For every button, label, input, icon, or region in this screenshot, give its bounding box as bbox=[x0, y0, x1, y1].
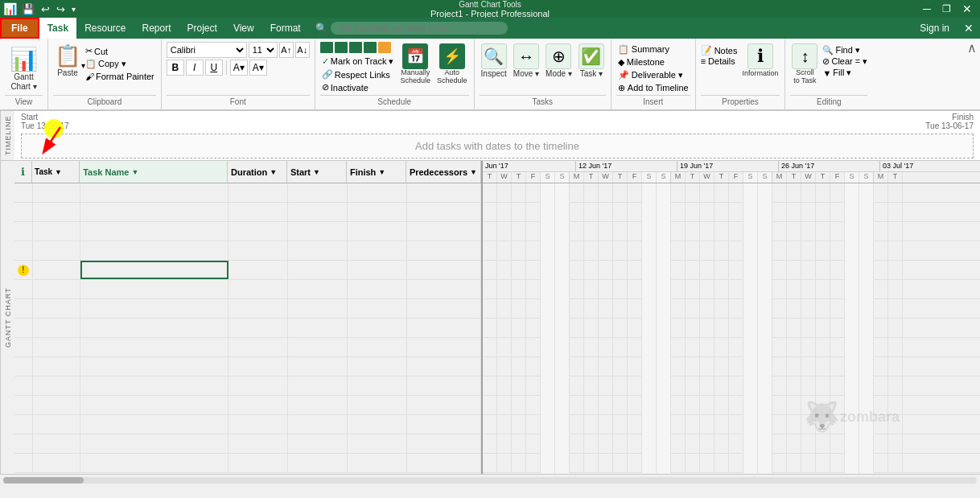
td-cell-2[interactable] bbox=[80, 222, 229, 241]
font-size-select[interactable]: 11 bbox=[249, 42, 278, 58]
td-cell-2[interactable] bbox=[80, 434, 229, 453]
table-row[interactable] bbox=[14, 415, 481, 434]
td-cell-5[interactable] bbox=[348, 434, 407, 453]
td-cell-1[interactable] bbox=[33, 261, 80, 279]
bold-btn[interactable]: B bbox=[167, 60, 184, 76]
format-painter-btn[interactable]: 🖌Format Painter bbox=[84, 71, 156, 82]
td-cell-1[interactable] bbox=[33, 241, 80, 260]
td-cell-3[interactable] bbox=[229, 396, 288, 414]
qat-undo[interactable]: ↩ bbox=[39, 3, 51, 15]
td-cell-6[interactable] bbox=[407, 319, 481, 337]
td-cell-4[interactable] bbox=[288, 338, 348, 356]
deliverable-btn[interactable]: 📌Deliverable ▾ bbox=[616, 69, 690, 81]
td-cell-5[interactable] bbox=[348, 377, 407, 395]
td-cell-6[interactable] bbox=[407, 183, 481, 202]
inspect-btn[interactable]: 🔍 Inspect bbox=[480, 42, 509, 80]
td-cell-5[interactable] bbox=[348, 357, 407, 376]
minimize-btn[interactable]: ─ bbox=[918, 2, 936, 15]
td-cell-6[interactable] bbox=[407, 415, 481, 434]
td-cell-5[interactable] bbox=[348, 183, 407, 202]
td-cell-6[interactable] bbox=[407, 299, 481, 318]
add-to-timeline-btn[interactable]: ⊕Add to Timeline bbox=[616, 82, 690, 94]
td-cell-3[interactable] bbox=[229, 454, 288, 472]
td-cell-2[interactable] bbox=[80, 415, 229, 434]
manually-schedule-btn[interactable]: 📅 ManuallySchedule bbox=[399, 42, 433, 95]
qat-redo[interactable]: ↪ bbox=[55, 3, 67, 15]
td-cell-6[interactable] bbox=[407, 357, 481, 376]
table-row[interactable] bbox=[14, 319, 481, 338]
td-cell-2[interactable] bbox=[80, 241, 229, 260]
th-start[interactable]: Start ▼ bbox=[287, 161, 347, 183]
td-cell-5[interactable] bbox=[348, 415, 407, 434]
td-cell-3[interactable] bbox=[229, 261, 288, 279]
th-finish[interactable]: Finish ▼ bbox=[347, 161, 406, 183]
td-cell-3[interactable] bbox=[229, 241, 288, 260]
view-menu[interactable]: View bbox=[225, 18, 262, 39]
clear-btn[interactable]: ⊘Clear = ▾ bbox=[822, 56, 867, 67]
td-cell-5[interactable] bbox=[348, 203, 407, 221]
underline-btn[interactable]: U bbox=[205, 60, 223, 76]
td-cell-5[interactable] bbox=[348, 241, 407, 260]
inactivate-btn[interactable]: ⊘Inactivate bbox=[320, 81, 396, 93]
font-grow-btn[interactable]: A↑ bbox=[279, 42, 294, 58]
td-cell-1[interactable] bbox=[33, 203, 80, 221]
td-cell-2[interactable] bbox=[80, 299, 229, 318]
td-cell-4[interactable] bbox=[288, 415, 348, 434]
td-cell-1[interactable] bbox=[33, 396, 80, 414]
td-cell-5[interactable] bbox=[348, 222, 407, 241]
td-cell-3[interactable] bbox=[229, 377, 288, 395]
td-cell-0[interactable] bbox=[14, 377, 33, 395]
project-menu[interactable]: Project bbox=[179, 18, 225, 39]
td-cell-1[interactable] bbox=[33, 377, 80, 395]
td-cell-1[interactable] bbox=[33, 454, 80, 472]
td-cell-4[interactable] bbox=[288, 183, 348, 202]
td-cell-4[interactable] bbox=[288, 222, 348, 241]
td-cell-4[interactable] bbox=[288, 377, 348, 395]
table-row[interactable] bbox=[14, 434, 481, 454]
td-cell-5[interactable] bbox=[348, 396, 407, 414]
auto-schedule-btn[interactable]: ⚡ AutoSchedule bbox=[435, 42, 469, 95]
td-cell-5[interactable] bbox=[348, 299, 407, 318]
td-cell-6[interactable] bbox=[407, 454, 481, 472]
td-cell-1[interactable] bbox=[33, 434, 80, 453]
td-cell-4[interactable] bbox=[288, 261, 348, 279]
td-cell-0[interactable] bbox=[14, 396, 33, 414]
td-cell-3[interactable] bbox=[229, 357, 288, 376]
td-cell-2[interactable] bbox=[80, 338, 229, 356]
italic-btn[interactable]: I bbox=[186, 60, 204, 76]
mark-on-track-btn[interactable]: ✓Mark on Track ▾ bbox=[320, 56, 396, 68]
td-cell-2[interactable] bbox=[80, 203, 229, 221]
td-cell-2[interactable] bbox=[80, 319, 229, 337]
td-cell-1[interactable] bbox=[33, 319, 80, 337]
table-row[interactable] bbox=[14, 241, 481, 261]
details-btn[interactable]: ≡Details bbox=[701, 56, 738, 66]
font-shrink-btn[interactable]: A↓ bbox=[295, 42, 310, 58]
highlight-color-btn[interactable]: A▾ bbox=[230, 60, 248, 76]
td-cell-0[interactable] bbox=[14, 280, 33, 298]
format-menu[interactable]: Format bbox=[262, 18, 309, 39]
td-cell-0[interactable] bbox=[14, 183, 33, 202]
td-cell-6[interactable] bbox=[407, 280, 481, 298]
td-cell-3[interactable] bbox=[229, 338, 288, 356]
td-cell-3[interactable] bbox=[229, 222, 288, 241]
td-cell-5[interactable] bbox=[348, 454, 407, 472]
td-cell-0[interactable] bbox=[14, 299, 33, 318]
td-cell-2[interactable] bbox=[80, 454, 229, 472]
copy-btn[interactable]: 📋Copy ▾ bbox=[84, 58, 156, 70]
td-cell-6[interactable] bbox=[407, 396, 481, 414]
qat-save[interactable]: 💾 bbox=[20, 3, 36, 15]
td-cell-6[interactable] bbox=[407, 241, 481, 260]
td-cell-2[interactable] bbox=[80, 183, 229, 202]
information-btn[interactable]: ℹ Information bbox=[740, 42, 780, 79]
table-row[interactable] bbox=[14, 183, 481, 203]
td-cell-4[interactable] bbox=[288, 396, 348, 414]
find-btn[interactable]: 🔍Find ▾ bbox=[822, 45, 867, 56]
task-menu[interactable]: Task bbox=[39, 18, 76, 39]
th-mode[interactable]: Task ▼ bbox=[32, 161, 80, 183]
tell-me-input[interactable] bbox=[331, 22, 508, 35]
collapse-ribbon-btn[interactable]: ∧ bbox=[967, 40, 977, 56]
table-row[interactable] bbox=[14, 396, 481, 415]
td-cell-2[interactable] bbox=[80, 280, 229, 298]
table-row[interactable] bbox=[14, 454, 481, 473]
report-menu[interactable]: Report bbox=[134, 18, 179, 39]
